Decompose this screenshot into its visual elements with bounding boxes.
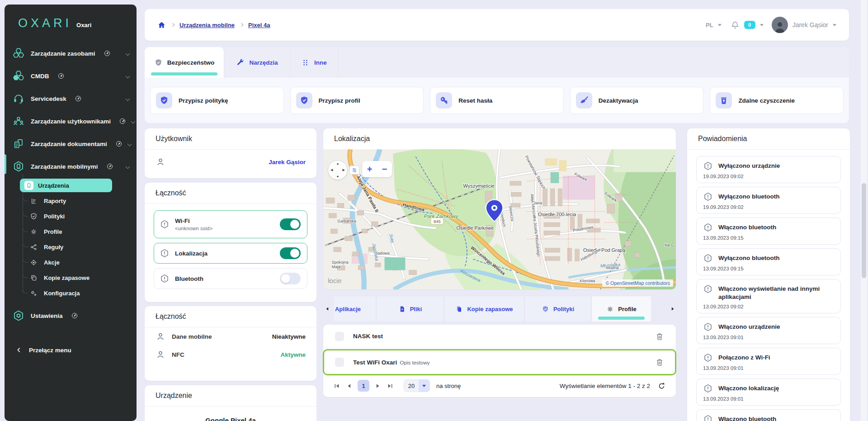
sidebar-item-policies[interactable]: Polityki [5,208,137,224]
sidebar-item-asset-management[interactable]: Zarządzanie zasobami [5,42,137,65]
caret-down-icon[interactable] [718,24,722,26]
tab-backups[interactable]: Kopie zapasowe [444,296,524,322]
top-right-cluster: PL 0 Jarek Gąsior [706,17,836,33]
hex-alert-icon [160,219,170,229]
sidebar-item-label: Zarządzanie mobilnymi [31,163,98,170]
hex-alert-icon [703,383,713,393]
bluetooth-toggle[interactable] [280,273,301,284]
sidebar-item-reports[interactable]: Raporty [5,193,137,208]
tab-applications[interactable]: Aplikacje [333,296,376,322]
sidebar-item-devices[interactable]: Urządzenia [5,178,137,193]
notification-item[interactable]: Połączono z Wi-Fi 13.09.2023 09:01 [696,348,841,375]
tabs-scroll-left-icon[interactable] [324,306,330,312]
profile-row-highlighted[interactable]: Test WiFi Oxari Opis testowy [323,349,676,375]
assign-profile-button[interactable]: Przypisz profil [290,87,424,114]
breadcrumb-device[interactable]: Pixel 4a [248,22,270,28]
tab-label: Bezpieczeństwo [167,59,214,66]
language-selector[interactable]: PL [706,22,713,28]
tab-tools[interactable]: Narzędzia [224,47,290,78]
map-measure-icon[interactable] [349,166,359,175]
location-toggle[interactable] [280,247,301,259]
sidebar-item-actions[interactable]: Akcje [5,255,137,270]
avatar[interactable] [772,17,788,33]
pan-right-icon[interactable]: ▶ [343,168,345,172]
sidebar-item-cmdb[interactable]: CMDB [5,65,137,87]
home-icon[interactable] [157,21,166,29]
sidebar: OXARI Oxari Zarządzanie zasobami CMDB Se… [5,5,137,421]
notification-item[interactable]: Wyłączono bluetooth 19.09.2023 09:02 [696,187,841,214]
sidebar-item-mobile-management[interactable]: Zarządzanie mobilnymi [5,155,137,178]
map-label: Klonowa [580,279,595,283]
notification-item[interactable]: Wyłączono bluetooth 13.09.2023 09:15 [696,248,841,275]
first-page-icon[interactable] [333,382,341,390]
notification-time: 13.09.2023 09:02 [703,304,834,309]
tab-profiles[interactable]: Profile [591,296,651,322]
map[interactable]: 945 Park Zamkowy Wyszymieście Osiedle Pa… [323,149,676,289]
map-pan-control[interactable]: ▲ ▼ ◀ ▶ [328,160,348,180]
assign-policy-button[interactable]: Przypisz politykę [150,87,284,114]
sidebar-item-servicedesk[interactable]: Servicedesk [5,87,137,110]
wrench-icon [236,58,245,67]
sidebar-item-document-management[interactable]: Zarządzanie dokumentami [5,132,137,155]
sidebar-item-profiles[interactable]: Profile [5,224,137,239]
notifications-count-badge[interactable]: 0 [744,21,755,29]
sidebar-item-configuration[interactable]: Konfiguracja [5,285,137,301]
sidebar-item-backups[interactable]: Kopie zapasowe [5,270,137,285]
current-page-button[interactable]: 1 [358,380,369,392]
zoom-out-button[interactable]: − [377,161,392,177]
last-page-icon[interactable] [386,382,394,390]
map-attribution[interactable]: © OpenStreetMap contributors [602,279,673,287]
next-page-icon[interactable] [374,382,382,390]
refresh-icon[interactable] [657,382,666,390]
tab-policies[interactable]: Polityki [524,296,591,322]
row-checkbox[interactable] [335,358,344,367]
chevron-down-icon [126,164,130,169]
wifi-toggle[interactable] [280,218,301,230]
trash-icon[interactable] [655,332,664,341]
notification-item[interactable]: Włączono bluetooth 13.09.2023 09:15 [696,218,841,245]
deactivation-button[interactable]: Dezaktywacja [570,87,704,114]
caret-down-icon[interactable] [833,24,836,26]
tab-other[interactable]: Inne [290,47,338,78]
trash-icon[interactable] [655,358,664,367]
device-icon [24,181,33,190]
page-size-select[interactable]: 20 [404,379,430,392]
remote-wipe-button[interactable]: Zdalne czyszczenie [710,87,844,114]
tab-security[interactable]: Bezpieczeństwo [145,47,224,78]
pan-down-icon[interactable]: ▼ [336,175,340,178]
scrollbar-thumb[interactable] [862,183,866,278]
previous-page-icon[interactable] [345,382,353,390]
tabs-scroll-right-icon[interactable] [670,306,676,312]
pan-up-icon[interactable]: ▲ [336,162,340,165]
sidebar-item-rules[interactable]: Reguły [5,239,137,255]
notification-item[interactable]: Włączono bluetooth [696,409,841,421]
card-title: Urządzenie [145,385,316,407]
page-scrollbar[interactable] [861,0,867,421]
profile-row[interactable]: NASK test [323,325,676,348]
menu-toggle[interactable]: Przełącz menu [5,339,137,361]
map-label: Wodna [606,266,619,270]
notification-item[interactable]: Włączono lokalizację 13.09.2023 09:01 [696,378,841,406]
zoom-in-button[interactable]: + [362,161,377,177]
reset-password-button[interactable]: Reset hasła [430,87,564,114]
bell-icon[interactable] [731,20,740,29]
pan-left-icon[interactable]: ◀ [330,168,333,172]
sidebar-item-user-management[interactable]: Zarządzanie użytkownikami [5,110,137,132]
chevron-down-icon [126,51,130,56]
tab-files[interactable]: Pliki [376,296,444,322]
notification-title: Włączono lokalizację [718,383,779,393]
breadcrumb-mobile-devices[interactable]: Urządzenia mobilne [179,22,235,28]
sidebar-item-settings[interactable]: Ustawienia [5,304,137,327]
card-title: Powiadomienia [687,128,850,150]
notification-item[interactable]: Włączono urządzenie 13.09.2023 09:01 [696,317,841,344]
grid-dots-icon [301,58,310,67]
row-checkbox[interactable] [335,332,344,341]
username[interactable]: Jarek Gąsior [793,21,828,28]
tab-label: Inne [314,59,327,66]
brand[interactable]: OXARI Oxari [5,5,137,42]
user-link[interactable]: Jarek Gąsior [269,159,306,166]
notification-item[interactable]: Wyłączono urządznie 19.09.2023 09:02 [696,156,841,183]
caret-down-icon[interactable] [760,24,764,26]
notification-item[interactable]: Włączono wyświetlanie nad innymi aplikac… [696,279,841,313]
nfc-label: NFC [172,351,184,358]
